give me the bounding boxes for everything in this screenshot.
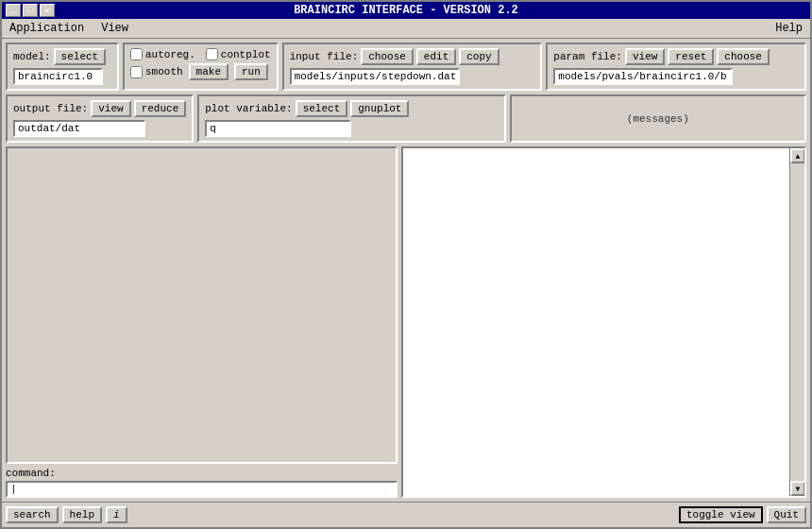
scrollbar[interactable]: ▲ ▼ xyxy=(789,148,804,496)
input-file-value-input[interactable] xyxy=(290,68,460,85)
input-file-title-row: input file: choose edit copy xyxy=(290,48,535,65)
main-content: model: select autoreg. contplot xyxy=(2,39,810,502)
contplot-checkbox[interactable] xyxy=(206,48,218,60)
plot-variable-select-button[interactable]: select xyxy=(296,100,348,117)
plot-variable-value-input[interactable] xyxy=(205,120,351,137)
checkbox-panel: autoreg. contplot smooth make run xyxy=(123,43,279,91)
model-title-row: model: select xyxy=(13,48,111,65)
plot-variable-panel: plot variable: select gnuplot xyxy=(197,94,505,143)
title-bar: _ □ ✕ BRAINCIRC INTERFACE - VERSION 2.2 xyxy=(2,2,810,19)
smooth-label: smooth xyxy=(145,66,183,77)
quit-button[interactable]: Quit xyxy=(767,506,806,523)
menu-view[interactable]: View xyxy=(97,21,132,36)
toggle-view-button[interactable]: toggle view xyxy=(679,506,763,523)
output-file-view-button[interactable]: view xyxy=(91,100,130,117)
param-file-label: param file: xyxy=(553,51,622,62)
row1: model: select autoreg. contplot xyxy=(6,43,806,91)
menu-bar: Application View Help xyxy=(2,19,810,39)
search-button[interactable]: search xyxy=(6,506,59,523)
row3: command: ▲ ▼ xyxy=(6,146,806,498)
command-label: command: xyxy=(6,468,398,479)
param-file-choose-button[interactable]: choose xyxy=(717,48,770,65)
input-file-choose-button[interactable]: choose xyxy=(361,48,414,65)
bottom-bar-right: toggle view Quit xyxy=(679,506,806,523)
menu-application[interactable]: Application xyxy=(6,21,88,36)
smooth-checkbox[interactable] xyxy=(130,66,143,78)
input-file-copy-button[interactable]: copy xyxy=(459,48,499,65)
menu-help[interactable]: Help xyxy=(771,21,806,36)
param-file-value-input[interactable] xyxy=(553,68,733,85)
maximize-button[interactable]: □ xyxy=(23,4,38,17)
right-panel: ▲ ▼ xyxy=(401,146,806,498)
help-button[interactable]: help xyxy=(62,506,102,523)
command-row: command: xyxy=(6,468,398,498)
info-button[interactable]: i xyxy=(106,506,127,523)
main-window: _ □ ✕ BRAINCIRC INTERFACE - VERSION 2.2 … xyxy=(0,0,812,529)
close-button[interactable]: ✕ xyxy=(40,4,55,17)
autoreg-label: autoreg. xyxy=(145,49,195,60)
left-panel: command: xyxy=(6,146,398,498)
input-file-label: input file: xyxy=(290,51,359,62)
command-input[interactable] xyxy=(6,481,398,498)
plot-variable-label: plot variable: xyxy=(205,103,292,114)
window-title: BRAINCIRC INTERFACE - VERSION 2.2 xyxy=(62,4,750,17)
param-file-view-button[interactable]: view xyxy=(625,48,665,65)
scroll-down-button[interactable]: ▼ xyxy=(790,481,805,496)
contplot-label: contplot xyxy=(221,49,271,60)
messages-text: (messages) xyxy=(627,113,689,125)
model-label: model: xyxy=(13,51,51,62)
param-file-title-row: param file: view reset choose xyxy=(553,48,799,65)
run-button[interactable]: run xyxy=(234,63,268,80)
model-select-button[interactable]: select xyxy=(54,48,107,65)
minimize-button[interactable]: _ xyxy=(6,4,21,17)
model-value-input[interactable] xyxy=(13,68,103,85)
input-file-edit-button[interactable]: edit xyxy=(416,48,456,65)
autoreg-row: autoreg. contplot xyxy=(130,48,271,60)
param-file-reset-button[interactable]: reset xyxy=(668,48,714,65)
output-file-label: output file: xyxy=(13,103,88,114)
right-text-area[interactable]: ▲ ▼ xyxy=(401,146,806,498)
bottom-bar: search help i toggle view Quit xyxy=(2,502,810,527)
scroll-up-button[interactable]: ▲ xyxy=(790,148,805,163)
plot-variable-title-row: plot variable: select gnuplot xyxy=(205,100,498,117)
output-file-panel: output file: view reduce xyxy=(6,94,194,143)
model-panel: model: select xyxy=(6,43,119,91)
smooth-row: smooth make run xyxy=(130,63,271,80)
command-area xyxy=(6,146,398,464)
autoreg-checkbox[interactable] xyxy=(130,48,143,60)
input-file-panel: input file: choose edit copy xyxy=(282,43,543,91)
row2: output file: view reduce plot variable: … xyxy=(6,94,806,143)
model-value-container xyxy=(13,68,111,85)
make-button[interactable]: make xyxy=(189,63,228,80)
output-file-value-input[interactable] xyxy=(13,120,145,137)
param-file-panel: param file: view reset choose xyxy=(546,43,806,91)
output-file-reduce-button[interactable]: reduce xyxy=(134,100,187,117)
gnuplot-button[interactable]: gnuplot xyxy=(350,100,409,117)
messages-panel: (messages) xyxy=(510,94,806,143)
output-file-title-row: output file: view reduce xyxy=(13,100,186,117)
